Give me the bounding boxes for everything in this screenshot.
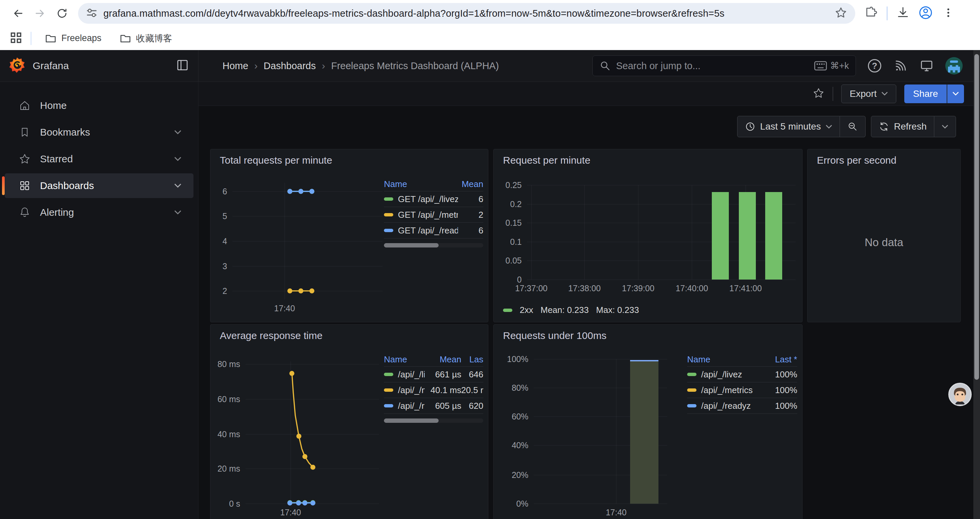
share-dropdown-button[interactable] [947, 85, 964, 103]
y-axis-tick-label: 5 [223, 211, 227, 221]
legend-row[interactable]: GET /api/_/metrics2 [384, 207, 483, 223]
data-point [288, 500, 293, 505]
data-point [290, 371, 294, 376]
legend-row[interactable]: /api/_/metrics40.1 ms20.5 r [384, 382, 483, 398]
data-point [302, 500, 307, 505]
time-range-group: Last 5 minutes [737, 116, 865, 137]
legend-mean-value: Mean: 0.233 [540, 305, 589, 315]
panel-title[interactable]: Total requests per minute [220, 155, 332, 166]
legend-scrollbar-thumb[interactable] [384, 418, 439, 423]
legend-cell: GET /api/_/livez [384, 194, 458, 204]
site-info-icon[interactable] [86, 7, 97, 20]
reload-button[interactable] [53, 4, 72, 23]
legend-header-cell: Last * [757, 355, 797, 365]
legend-row[interactable]: /api/_/readyz605 µs620 [384, 398, 483, 414]
legend-row[interactable]: /api/_/readyz100% [687, 398, 797, 414]
chevron-down-icon[interactable] [174, 156, 181, 161]
gridline-vertical [584, 185, 585, 279]
page-scrollbar[interactable] [973, 50, 980, 519]
legend-series-name: 2xx [520, 305, 533, 315]
url-text[interactable]: grafana.mathmast.com/d/deytv4rwavabkb/fr… [103, 8, 829, 19]
dock-menu-icon[interactable] [175, 58, 189, 73]
favorite-star-icon[interactable] [813, 87, 824, 101]
zoom-out-time-button[interactable] [840, 116, 865, 137]
legend-row[interactable]: /api/_/metrics100% [687, 382, 797, 398]
back-button[interactable] [9, 4, 27, 23]
legend-swatch [384, 229, 393, 232]
no-data-message: No data [865, 236, 903, 249]
y-axis-tick-label: 0 s [229, 499, 240, 509]
gridline-horizontal [534, 504, 667, 504]
search-input[interactable]: Search or jump to... ⌘+k [592, 56, 856, 76]
refresh-interval-dropdown[interactable] [934, 116, 956, 137]
gridline-horizontal [534, 359, 667, 359]
sidebar-item-alerting[interactable]: Alerting [5, 200, 194, 225]
bookmarks-divider [31, 32, 31, 45]
legend-row[interactable]: /api/_/livez100% [687, 367, 797, 382]
forward-button[interactable] [31, 4, 49, 23]
extensions-icon[interactable] [865, 6, 878, 21]
legend-scrollbar[interactable] [384, 418, 483, 423]
floating-assistant-avatar[interactable] [948, 383, 972, 406]
chevron-down-icon [826, 125, 832, 129]
screen: grafana.mathmast.com/d/deytv4rwavabkb/fr… [0, 0, 980, 519]
browser-menu-icon[interactable] [942, 6, 955, 21]
bookmarks-bar: Freeleaps 收藏博客 [0, 27, 980, 50]
share-button[interactable]: Share [904, 85, 964, 103]
sidebar-item-home[interactable]: Home [5, 93, 194, 118]
chevron-down-icon[interactable] [174, 130, 181, 134]
share-button-label[interactable]: Share [904, 85, 947, 103]
scrollbar-thumb[interactable] [974, 54, 979, 380]
sidebar-item-starred[interactable]: Starred [5, 147, 194, 171]
legend-swatch [384, 373, 393, 376]
bookmark-star-icon[interactable] [835, 6, 847, 21]
sidebar-item-dashboards[interactable]: Dashboards [5, 173, 194, 198]
legend-scrollbar[interactable] [384, 243, 483, 248]
export-button[interactable]: Export [841, 85, 896, 103]
legend-row[interactable]: GET /api/_/livez6 [384, 192, 483, 207]
address-bar[interactable]: grafana.mathmast.com/d/deytv4rwavabkb/fr… [78, 3, 855, 24]
legend-scrollbar-thumb[interactable] [384, 243, 439, 248]
y-axis-tick-label: 80 ms [218, 359, 240, 369]
panel-title[interactable]: Request per minute [503, 155, 590, 166]
refresh-button[interactable]: Refresh [871, 116, 934, 137]
x-axis-tick-label: 17:40:00 [676, 284, 708, 293]
legend-swatch [687, 388, 697, 392]
panel-title[interactable]: Errors per second [817, 155, 896, 166]
y-axis-tick-label: 60 ms [218, 394, 240, 404]
refresh-group: Refresh [871, 116, 956, 137]
sidebar-item-bookmarks[interactable]: Bookmarks [5, 120, 194, 145]
x-axis-tick-label: 17:38:00 [568, 284, 601, 293]
kiosk-monitor-icon[interactable] [919, 58, 934, 73]
profile-icon[interactable] [918, 5, 933, 21]
breadcrumb: Home › Dashboards › Freeleaps Metrics Da… [199, 60, 499, 72]
breadcrumb-separator: › [254, 60, 258, 72]
legend-swatch [384, 404, 393, 407]
gridline-vertical [616, 359, 616, 504]
gridline-vertical [692, 185, 692, 279]
panel-title[interactable]: Average response time [220, 330, 323, 341]
legend-swatch [384, 213, 393, 216]
panel-title[interactable]: Requests under 100ms [503, 330, 606, 341]
apps-grid-icon[interactable] [10, 32, 22, 45]
bookmark-folder-blogs[interactable]: 收藏博客 [115, 30, 177, 47]
breadcrumb-dashboards[interactable]: Dashboards [264, 61, 315, 72]
time-controls-row: Last 5 minutes Refresh [199, 106, 980, 146]
chevron-down-icon[interactable] [174, 184, 181, 188]
news-rss-icon[interactable] [893, 58, 908, 73]
breadcrumb-home[interactable]: Home [223, 61, 248, 72]
time-range-picker[interactable]: Last 5 minutes [737, 116, 840, 137]
data-point [310, 289, 315, 294]
legend-row[interactable]: GET /api/_/readyz6 [384, 223, 483, 238]
legend-inline[interactable]: 2xx Mean: 0.233 Max: 0.233 [503, 305, 639, 315]
user-avatar[interactable] [945, 57, 963, 75]
chevron-down-icon[interactable] [174, 210, 181, 215]
legend-row[interactable]: /api/_/livez661 µs646 [384, 367, 483, 382]
bookmark-folder-freeleaps[interactable]: Freeleaps [40, 30, 106, 47]
downloads-icon[interactable] [896, 6, 910, 21]
x-axis-tick-label: 17:41:00 [730, 284, 762, 293]
help-icon[interactable]: ? [867, 58, 882, 73]
grafana-logo[interactable] [9, 57, 25, 75]
legend-swatch [687, 373, 697, 376]
breadcrumb-separator: › [322, 60, 325, 72]
